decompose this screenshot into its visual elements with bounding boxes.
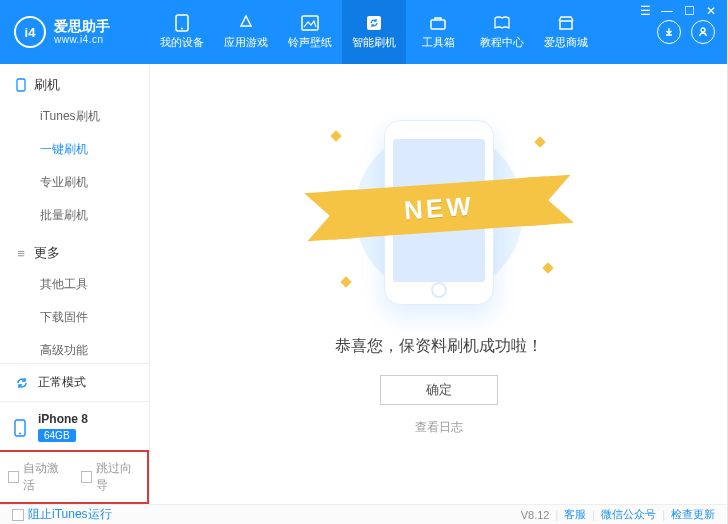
app-title: 爱思助手	[54, 19, 110, 34]
sidebar-item-download-firmware[interactable]: 下载固件	[0, 301, 149, 334]
device-box[interactable]: iPhone 8 64GB	[0, 401, 149, 452]
store-icon	[556, 14, 576, 32]
mode-label: 正常模式	[38, 374, 86, 391]
download-icon[interactable]	[657, 20, 681, 44]
window-controls: ☰ ― ☐ ✕	[638, 4, 718, 18]
top-nav: 我的设备 应用游戏 铃声壁纸 智能刷机 工具箱 教程中心 爱思商城	[150, 0, 607, 64]
refresh-icon	[14, 375, 30, 391]
main-content: NEW 恭喜您，保资料刷机成功啦！ 确定 查看日志	[150, 64, 727, 504]
svg-rect-5	[560, 21, 572, 29]
list-icon: ≡	[14, 246, 28, 261]
device-name: iPhone 8	[38, 412, 88, 426]
svg-rect-4	[431, 20, 445, 29]
svg-point-1	[181, 28, 183, 30]
new-ribbon: NEW	[331, 184, 546, 232]
nav-store[interactable]: 爱思商城	[534, 0, 598, 64]
phone-icon	[172, 14, 192, 32]
svg-rect-2	[302, 16, 318, 30]
sidebar-item-advanced[interactable]: 高级功能	[0, 334, 149, 363]
phone-icon	[14, 78, 28, 92]
checkbox-icon	[8, 471, 19, 483]
sidebar-item-batch-flash[interactable]: 批量刷机	[0, 199, 149, 232]
mode-box[interactable]: 正常模式	[0, 363, 149, 401]
checkbox-icon	[81, 471, 92, 483]
sidebar: 刷机 iTunes刷机 一键刷机 专业刷机 批量刷机 ≡ 更多 其他工具 下载固…	[0, 64, 150, 504]
wechat-link[interactable]: 微信公众号	[601, 507, 656, 522]
footer: 阻止iTunes运行 V8.12 | 客服 | 微信公众号 | 检查更新	[0, 504, 727, 524]
sidebar-section-label: 更多	[34, 244, 60, 262]
storage-badge: 64GB	[38, 429, 76, 442]
svg-rect-3	[367, 16, 381, 30]
apps-icon	[236, 14, 256, 32]
logo-icon: i4	[14, 16, 46, 48]
version-label: V8.12	[521, 509, 550, 521]
book-icon	[492, 14, 512, 32]
sidebar-item-other-tools[interactable]: 其他工具	[0, 268, 149, 301]
skip-guide-checkbox[interactable]: 跳过向导	[81, 460, 140, 494]
maximize-icon[interactable]: ☐	[682, 4, 696, 18]
svg-point-6	[701, 28, 705, 32]
support-link[interactable]: 客服	[564, 507, 586, 522]
sidebar-item-oneclick-flash[interactable]: 一键刷机	[0, 133, 149, 166]
hero-illustration: NEW	[304, 112, 574, 312]
app-url: www.i4.cn	[54, 34, 110, 45]
menu-icon[interactable]: ☰	[638, 4, 652, 18]
sidebar-section-flash[interactable]: 刷机	[0, 64, 149, 100]
nav-tutorials[interactable]: 教程中心	[470, 0, 534, 64]
logo[interactable]: i4 爱思助手 www.i4.cn	[0, 0, 150, 64]
user-icon[interactable]	[691, 20, 715, 44]
nav-flash[interactable]: 智能刷机	[342, 0, 406, 64]
minimize-icon[interactable]: ―	[660, 4, 674, 18]
phone-icon	[14, 419, 30, 435]
svg-point-9	[19, 433, 21, 435]
nav-ringtones[interactable]: 铃声壁纸	[278, 0, 342, 64]
nav-apps[interactable]: 应用游戏	[214, 0, 278, 64]
svg-rect-7	[17, 79, 25, 91]
sidebar-item-itunes-flash[interactable]: iTunes刷机	[0, 100, 149, 133]
nav-toolbox[interactable]: 工具箱	[406, 0, 470, 64]
image-icon	[300, 14, 320, 32]
refresh-icon	[364, 14, 384, 32]
confirm-button[interactable]: 确定	[380, 375, 498, 405]
toolbox-icon	[428, 14, 448, 32]
close-icon[interactable]: ✕	[704, 4, 718, 18]
sidebar-section-label: 刷机	[34, 76, 60, 94]
sidebar-item-pro-flash[interactable]: 专业刷机	[0, 166, 149, 199]
check-update-link[interactable]: 检查更新	[671, 507, 715, 522]
checkbox-icon	[12, 509, 24, 521]
options-row: 自动激活 跳过向导	[0, 450, 149, 504]
auto-activate-checkbox[interactable]: 自动激活	[8, 460, 67, 494]
sidebar-section-more[interactable]: ≡ 更多	[0, 232, 149, 268]
view-log-link[interactable]: 查看日志	[415, 419, 463, 436]
nav-my-device[interactable]: 我的设备	[150, 0, 214, 64]
success-message: 恭喜您，保资料刷机成功啦！	[335, 336, 543, 357]
block-itunes-checkbox[interactable]: 阻止iTunes运行	[12, 506, 112, 523]
header: i4 爱思助手 www.i4.cn 我的设备 应用游戏 铃声壁纸 智能刷机 工具…	[0, 0, 727, 64]
